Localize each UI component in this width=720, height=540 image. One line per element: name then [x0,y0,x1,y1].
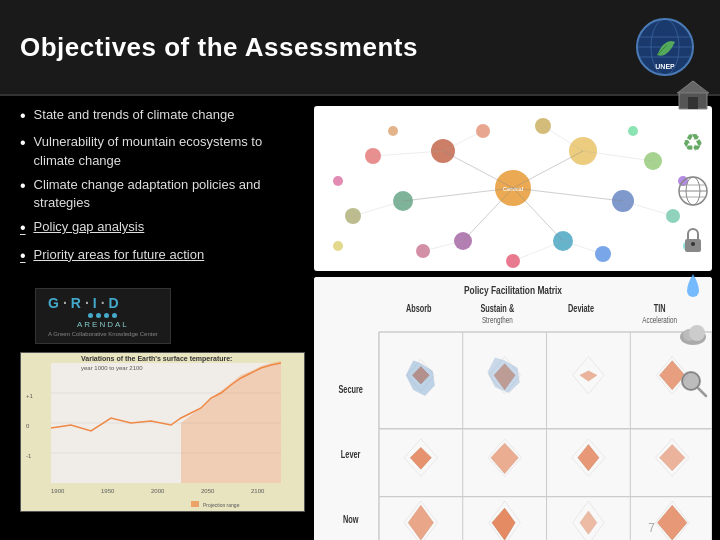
bullet-item-2: Vulnerability of mountain ecosystems to … [20,133,300,169]
svg-text:Strengthen: Strengthen [482,315,513,325]
svg-text:2050: 2050 [201,488,215,494]
svg-text:Projection range: Projection range [203,502,240,508]
page-number: 7 [648,521,655,535]
cloud-icon [673,315,713,355]
svg-text:1950: 1950 [101,488,115,494]
policy-matrix: Policy Facilitation Matrix Absorb Sustai… [314,277,712,540]
network-diagram: Central [314,106,712,271]
bullet-list: State and trends of climate change Vulne… [20,106,300,273]
svg-text:UNEP: UNEP [655,63,675,70]
grid-dots [48,313,158,318]
svg-text:Sustain &: Sustain & [480,303,514,314]
network-svg: Central [314,106,712,271]
recycle-icon: ♻ [673,123,713,163]
title-bar: Objectives of the Assessments UNEP [0,0,720,96]
temperature-chart: 0 +1 -1 1900 1950 2000 2050 2100 Variati… [20,352,305,512]
svg-point-125 [689,325,705,341]
policy-matrix-svg: Policy Facilitation Matrix Absorb Sustai… [314,277,712,540]
unep-logo-svg: UNEP [635,17,695,77]
left-column: State and trends of climate change Vulne… [0,106,310,540]
bullet-item-5: Priority areas for future action [20,246,300,267]
svg-text:Variations of the Earth's surf: Variations of the Earth's surface temper… [81,355,232,363]
svg-rect-114 [688,97,698,109]
svg-text:♻: ♻ [682,129,704,156]
grid-tagline: A Green Collaborative Knowledge Center [48,331,158,337]
svg-text:Now: Now [343,513,359,524]
svg-text:Policy Facilitation Matrix: Policy Facilitation Matrix [464,284,562,297]
svg-point-122 [691,242,695,246]
svg-text:1900: 1900 [51,488,65,494]
magnify-icon [673,363,713,403]
side-icons-panel: ♻ [665,70,720,408]
bullet-item-1: State and trends of climate change [20,106,300,127]
slide: Objectives of the Assessments UNEP [0,0,720,540]
right-column: Central [310,106,720,540]
grid-arendal-logo: G·R·I·D ARENDAL A Green Collaborative Kn… [35,288,171,344]
content-area: State and trends of climate change Vulne… [0,96,720,540]
grid-subtitle: ARENDAL [48,320,158,329]
temp-chart-svg: 0 +1 -1 1900 1950 2000 2050 2100 Variati… [21,353,305,512]
water-icon [673,267,713,307]
svg-text:+1: +1 [26,393,34,399]
svg-point-128 [682,372,700,390]
svg-text:Absorb: Absorb [406,303,432,314]
svg-text:Lever: Lever [341,448,361,459]
svg-text:2000: 2000 [151,488,165,494]
svg-point-60 [628,126,638,136]
svg-text:Secure: Secure [338,383,363,394]
svg-point-62 [333,176,343,186]
bullet-item-4: Policy gap analysis [20,218,300,239]
svg-text:Deviate: Deviate [568,303,594,314]
lock-icon [673,219,713,259]
svg-rect-24 [191,501,199,507]
house-icon [673,75,713,115]
slide-title: Objectives of the Assessments [20,32,418,63]
grid-logo-text: G·R·I·D [48,295,158,311]
globe-icon [673,171,713,211]
bullet-item-3: Climate change adaptation policies and s… [20,176,300,212]
svg-line-127 [698,388,706,396]
svg-point-59 [388,126,398,136]
svg-point-64 [333,241,343,251]
svg-text:TIN: TIN [654,303,666,314]
svg-text:2100: 2100 [251,488,265,494]
svg-text:-1: -1 [26,453,32,459]
svg-text:year 1000 to year 2100: year 1000 to year 2100 [81,365,143,371]
svg-marker-113 [677,81,709,93]
